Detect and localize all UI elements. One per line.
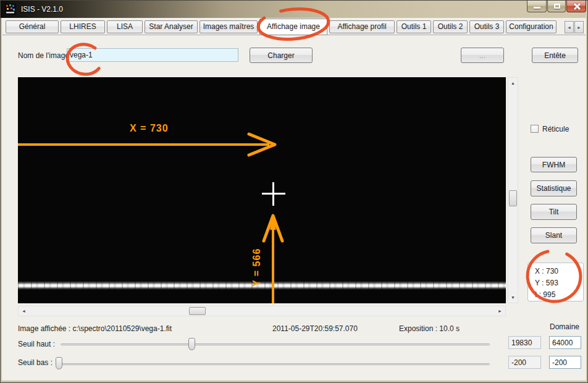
close-icon — [573, 3, 581, 10]
app-window: ISIS - V2.1.0 Général LHIRES LISA Star A… — [0, 0, 588, 383]
tilt-button[interactable]: Tilt — [531, 204, 577, 220]
app-icon — [5, 4, 16, 15]
header-button[interactable]: Entête — [532, 48, 578, 63]
x-arrow-label: X = 730 — [130, 123, 169, 133]
high-threshold-slider-thumb[interactable] — [188, 338, 195, 350]
close-button[interactable] — [566, 1, 586, 12]
domain-label: Domaine — [550, 322, 579, 331]
horizontal-scroll-thumb[interactable] — [189, 307, 206, 315]
tab-outils-2[interactable]: Outils 2 — [433, 20, 468, 33]
maximize-icon — [554, 4, 560, 9]
titlebar: ISIS - V2.1.0 — [1, 1, 588, 18]
high-domain-value[interactable] — [549, 336, 581, 349]
tab-bar: Général LHIRES LISA Star Analyser Images… — [6, 20, 556, 35]
tab-affichage-profil[interactable]: Affichage profil — [329, 20, 395, 33]
tab-lhires[interactable]: LHIRES — [61, 20, 105, 33]
vertical-scroll-thumb[interactable] — [509, 190, 517, 206]
tab-configuration[interactable]: Configuration — [506, 20, 556, 33]
exposure-text: Exposition : 10.0 s — [399, 324, 460, 333]
image-name-input[interactable] — [67, 48, 238, 62]
low-threshold-label: Seuil bas : — [18, 358, 52, 367]
scroll-up-icon[interactable]: ▲ — [508, 78, 518, 88]
statistique-button[interactable]: Statistique — [531, 180, 577, 196]
high-threshold-label: Seuil haut : — [18, 340, 55, 348]
low-threshold-value[interactable] — [508, 356, 541, 369]
low-domain-value[interactable] — [549, 356, 581, 369]
scroll-right-icon[interactable]: ► — [495, 306, 505, 316]
low-threshold-slider-track[interactable] — [61, 363, 490, 365]
chevron-left-icon: ◄ — [567, 25, 571, 30]
viewer-annotations: X = 730 Y = 566 — [18, 77, 506, 303]
image-path-text: Image affichée : c:\spectro\20110529\veg… — [18, 324, 172, 333]
tab-scroll-left-button[interactable]: ◄ — [565, 21, 574, 33]
crosshair-icon — [262, 182, 285, 206]
cursor-i-value: I : 995 — [535, 289, 583, 301]
cursor-readout-box: X : 730 Y : 593 I : 995 — [527, 263, 584, 301]
image-name-label: Nom de l'image : — [18, 51, 74, 60]
reticule-label: Réticule — [542, 125, 569, 133]
reticule-checkbox[interactable] — [531, 125, 539, 133]
cursor-y-value: Y : 593 — [535, 277, 583, 289]
minimize-button[interactable] — [527, 1, 547, 12]
tab-outils-3[interactable]: Outils 3 — [469, 20, 504, 33]
vertical-scrollbar[interactable]: ▲ ▼ — [508, 77, 518, 303]
horizontal-scrollbar[interactable]: ◄ ► — [18, 306, 506, 316]
cursor-x-value: X : 730 — [535, 266, 583, 277]
tab-affichage-image[interactable]: Affichage image — [259, 19, 327, 35]
tab-general[interactable]: Général — [6, 20, 59, 33]
window-title: ISIS - V2.1.0 — [21, 5, 63, 14]
minimize-icon — [534, 7, 540, 9]
tab-lisa[interactable]: LISA — [107, 20, 143, 33]
tab-images-maitres[interactable]: Images maîtres — [200, 20, 258, 33]
timestamp-text: 2011-05-29T20:59:57.070 — [272, 324, 358, 333]
fwhm-button[interactable]: FWHM — [531, 157, 577, 172]
image-canvas[interactable]: X = 730 Y = 566 — [18, 77, 506, 303]
high-threshold-value[interactable] — [508, 336, 541, 349]
chevron-right-icon: ► — [577, 25, 581, 30]
browse-button[interactable]: ... — [461, 48, 504, 63]
maximize-button[interactable] — [547, 1, 566, 12]
tab-outils-1[interactable]: Outils 1 — [397, 20, 431, 33]
tab-star-analyser[interactable]: Star Analyser — [145, 20, 198, 33]
low-threshold-slider-thumb[interactable] — [56, 357, 62, 369]
tab-scroll-right-button[interactable]: ► — [574, 21, 584, 33]
scroll-down-icon[interactable]: ▼ — [508, 293, 518, 302]
high-threshold-slider-track[interactable] — [61, 343, 490, 345]
load-button[interactable]: Charger — [250, 48, 313, 63]
window-controls — [526, 1, 586, 12]
slant-button[interactable]: Slant — [531, 227, 577, 243]
tab-scroller: ◄ ► — [564, 21, 584, 33]
y-arrow-label: Y = 566 — [251, 248, 262, 287]
scroll-left-icon[interactable]: ◄ — [19, 306, 28, 316]
